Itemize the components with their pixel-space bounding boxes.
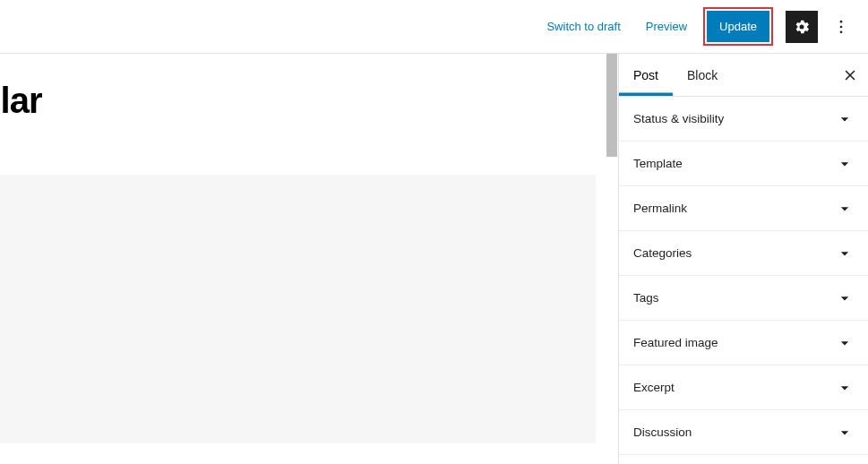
update-button[interactable]: Update <box>707 11 769 42</box>
panel-template[interactable]: Template <box>619 142 868 186</box>
content-canvas[interactable]: ntor <box>0 175 596 443</box>
switch-to-draft-link[interactable]: Switch to draft <box>537 13 629 40</box>
chevron-down-icon <box>836 379 854 397</box>
editor-scrollbar-track[interactable] <box>606 54 618 464</box>
chevron-down-icon <box>836 155 854 173</box>
chevron-down-icon <box>836 334 854 352</box>
panel-label: Permalink <box>633 202 687 215</box>
panel-tags[interactable]: Tags <box>619 276 868 321</box>
preview-link[interactable]: Preview <box>637 13 696 40</box>
panel-featured-image[interactable]: Featured image <box>619 321 868 365</box>
close-icon <box>842 67 858 83</box>
chevron-down-icon <box>836 200 854 218</box>
panel-label: Tags <box>633 291 659 305</box>
body-area: y Is It So Popular ntor Post Block Statu… <box>0 54 868 464</box>
panel-excerpt[interactable]: Excerpt <box>619 365 868 410</box>
tab-post[interactable]: Post <box>619 54 673 96</box>
sidebar-tabs: Post Block <box>619 54 868 97</box>
panel-list: Status & visibility Template Permalink C… <box>619 97 868 464</box>
editor-scrollbar-thumb[interactable] <box>606 54 617 157</box>
chevron-down-icon <box>836 110 854 128</box>
gear-icon <box>793 18 811 36</box>
svg-point-0 <box>840 20 843 22</box>
settings-button[interactable] <box>786 11 818 43</box>
chevron-down-icon <box>836 245 854 262</box>
panel-categories[interactable]: Categories <box>619 231 868 276</box>
panel-discussion[interactable]: Discussion <box>619 410 868 455</box>
svg-point-1 <box>840 25 843 28</box>
top-bar: Switch to draft Preview Update <box>0 0 868 54</box>
more-vertical-icon <box>832 18 850 36</box>
update-highlight: Update <box>703 7 773 46</box>
tab-block[interactable]: Block <box>673 54 732 96</box>
panel-label: Template <box>633 157 683 170</box>
svg-point-2 <box>840 30 843 33</box>
panel-label: Excerpt <box>633 381 675 394</box>
more-options-button[interactable] <box>825 11 857 43</box>
panel-label: Discussion <box>633 425 692 439</box>
close-sidebar-button[interactable] <box>832 54 868 96</box>
panel-label: Status & visibility <box>633 112 724 125</box>
chevron-down-icon <box>836 289 854 307</box>
panel-status-visibility[interactable]: Status & visibility <box>619 97 868 142</box>
panel-label: Categories <box>633 246 692 260</box>
panel-permalink[interactable]: Permalink <box>619 186 868 231</box>
panel-label: Featured image <box>633 336 718 349</box>
chevron-down-icon <box>836 424 854 442</box>
post-title[interactable]: y Is It So Popular <box>0 54 607 148</box>
settings-sidebar: Post Block Status & visibility Template … <box>618 54 868 464</box>
editor-area: y Is It So Popular ntor <box>0 54 618 464</box>
